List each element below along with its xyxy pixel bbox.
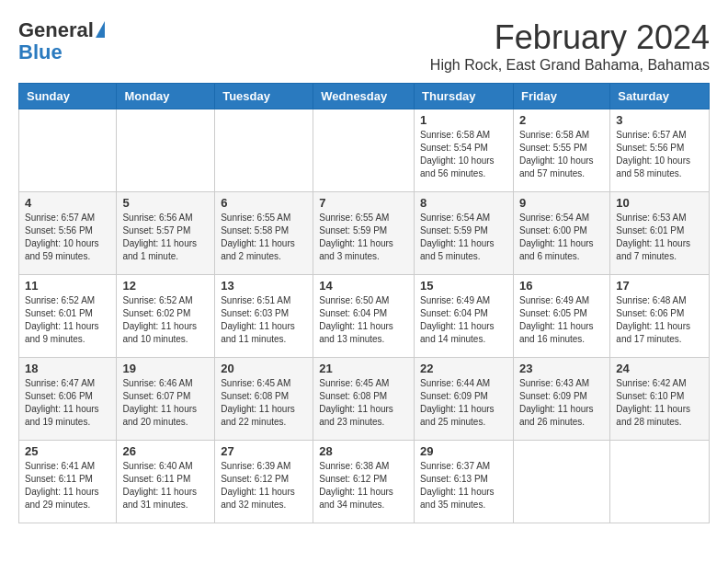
- day-number: 1: [420, 113, 507, 127]
- day-number: 4: [25, 196, 110, 210]
- day-number: 28: [319, 444, 408, 458]
- column-header-tuesday: Tuesday: [215, 84, 313, 109]
- day-info: Sunrise: 6:38 AM Sunset: 6:12 PM Dayligh…: [319, 460, 408, 511]
- logo-general-text: General: [18, 18, 94, 42]
- day-info: Sunrise: 6:54 AM Sunset: 6:00 PM Dayligh…: [519, 212, 604, 263]
- calendar-cell: 1Sunrise: 6:58 AM Sunset: 5:54 PM Daylig…: [415, 109, 514, 192]
- title-area: February 2024 High Rock, East Grand Baha…: [430, 18, 710, 74]
- calendar-cell: 28Sunrise: 6:38 AM Sunset: 6:12 PM Dayli…: [313, 441, 415, 523]
- day-number: 5: [122, 196, 209, 210]
- day-number: 17: [616, 279, 703, 293]
- day-number: 3: [616, 113, 703, 127]
- day-info: Sunrise: 6:43 AM Sunset: 6:09 PM Dayligh…: [519, 377, 604, 429]
- day-number: 15: [420, 279, 507, 293]
- day-number: 21: [319, 362, 408, 375]
- calendar-cell: 10Sunrise: 6:53 AM Sunset: 6:01 PM Dayli…: [610, 192, 710, 275]
- calendar-cell: 13Sunrise: 6:51 AM Sunset: 6:03 PM Dayli…: [215, 275, 313, 358]
- day-number: 11: [25, 279, 110, 293]
- calendar-cell: 14Sunrise: 6:50 AM Sunset: 6:04 PM Dayli…: [313, 275, 415, 358]
- calendar-cell: 20Sunrise: 6:45 AM Sunset: 6:08 PM Dayli…: [215, 358, 313, 441]
- day-number: 9: [519, 196, 604, 210]
- calendar-cell: 24Sunrise: 6:42 AM Sunset: 6:10 PM Dayli…: [610, 358, 710, 441]
- day-number: 6: [221, 196, 307, 210]
- day-info: Sunrise: 6:51 AM Sunset: 6:03 PM Dayligh…: [221, 294, 307, 346]
- day-info: Sunrise: 6:55 AM Sunset: 5:59 PM Dayligh…: [319, 212, 408, 263]
- calendar-week-row: 25Sunrise: 6:41 AM Sunset: 6:11 PM Dayli…: [19, 441, 710, 523]
- day-number: 8: [420, 196, 507, 210]
- header: General Blue February 2024 High Rock, Ea…: [18, 18, 710, 74]
- day-number: 24: [616, 362, 703, 375]
- day-info: Sunrise: 6:55 AM Sunset: 5:58 PM Dayligh…: [221, 212, 307, 263]
- day-number: 22: [420, 362, 507, 375]
- calendar-cell: 16Sunrise: 6:49 AM Sunset: 6:05 PM Dayli…: [513, 275, 609, 358]
- day-info: Sunrise: 6:49 AM Sunset: 6:04 PM Dayligh…: [420, 294, 507, 346]
- calendar-cell: 4Sunrise: 6:57 AM Sunset: 5:56 PM Daylig…: [19, 192, 117, 275]
- calendar-cell: 11Sunrise: 6:52 AM Sunset: 6:01 PM Dayli…: [19, 275, 117, 358]
- day-info: Sunrise: 6:53 AM Sunset: 6:01 PM Dayligh…: [616, 212, 703, 263]
- column-header-thursday: Thursday: [415, 84, 514, 109]
- day-number: 2: [519, 113, 604, 127]
- calendar-cell: 15Sunrise: 6:49 AM Sunset: 6:04 PM Dayli…: [415, 275, 514, 358]
- day-number: 26: [122, 444, 209, 458]
- day-info: Sunrise: 6:46 AM Sunset: 6:07 PM Dayligh…: [122, 377, 209, 429]
- day-info: Sunrise: 6:39 AM Sunset: 6:12 PM Dayligh…: [221, 460, 307, 511]
- column-header-wednesday: Wednesday: [313, 84, 415, 109]
- day-info: Sunrise: 6:45 AM Sunset: 6:08 PM Dayligh…: [319, 377, 408, 429]
- calendar-cell: 9Sunrise: 6:54 AM Sunset: 6:00 PM Daylig…: [513, 192, 609, 275]
- day-info: Sunrise: 6:37 AM Sunset: 6:13 PM Dayligh…: [420, 460, 507, 511]
- calendar-cell: 7Sunrise: 6:55 AM Sunset: 5:59 PM Daylig…: [313, 192, 415, 275]
- column-header-sunday: Sunday: [19, 84, 117, 109]
- day-info: Sunrise: 6:57 AM Sunset: 5:56 PM Dayligh…: [616, 129, 703, 180]
- day-number: 23: [519, 362, 604, 375]
- calendar-cell: 25Sunrise: 6:41 AM Sunset: 6:11 PM Dayli…: [19, 441, 117, 523]
- calendar-week-row: 4Sunrise: 6:57 AM Sunset: 5:56 PM Daylig…: [19, 192, 710, 275]
- calendar-table: SundayMondayTuesdayWednesdayThursdayFrid…: [18, 83, 710, 523]
- calendar-cell: 23Sunrise: 6:43 AM Sunset: 6:09 PM Dayli…: [513, 358, 609, 441]
- calendar-cell: [610, 441, 710, 523]
- column-header-friday: Friday: [513, 84, 609, 109]
- calendar-week-row: 1Sunrise: 6:58 AM Sunset: 5:54 PM Daylig…: [19, 109, 710, 192]
- day-number: 20: [221, 362, 307, 375]
- day-number: 10: [616, 196, 703, 210]
- day-info: Sunrise: 6:48 AM Sunset: 6:06 PM Dayligh…: [616, 294, 703, 346]
- calendar-cell: [215, 109, 313, 192]
- day-number: 25: [25, 444, 110, 458]
- day-number: 12: [122, 279, 209, 293]
- day-number: 16: [519, 279, 604, 293]
- calendar-cell: [117, 109, 215, 192]
- day-info: Sunrise: 6:52 AM Sunset: 6:01 PM Dayligh…: [25, 294, 110, 346]
- day-info: Sunrise: 6:41 AM Sunset: 6:11 PM Dayligh…: [25, 460, 110, 511]
- day-number: 14: [319, 279, 408, 293]
- calendar-cell: 29Sunrise: 6:37 AM Sunset: 6:13 PM Dayli…: [415, 441, 514, 523]
- day-info: Sunrise: 6:52 AM Sunset: 6:02 PM Dayligh…: [122, 294, 209, 346]
- calendar-cell: 6Sunrise: 6:55 AM Sunset: 5:58 PM Daylig…: [215, 192, 313, 275]
- logo: General Blue: [18, 18, 105, 64]
- day-info: Sunrise: 6:54 AM Sunset: 5:59 PM Dayligh…: [420, 212, 507, 263]
- month-year-title: February 2024: [430, 18, 710, 57]
- calendar-week-row: 11Sunrise: 6:52 AM Sunset: 6:01 PM Dayli…: [19, 275, 710, 358]
- day-info: Sunrise: 6:58 AM Sunset: 5:55 PM Dayligh…: [519, 129, 604, 180]
- day-info: Sunrise: 6:44 AM Sunset: 6:09 PM Dayligh…: [420, 377, 507, 429]
- day-number: 7: [319, 196, 408, 210]
- calendar-cell: [19, 109, 117, 192]
- day-info: Sunrise: 6:50 AM Sunset: 6:04 PM Dayligh…: [319, 294, 408, 346]
- calendar-cell: [513, 441, 609, 523]
- day-info: Sunrise: 6:56 AM Sunset: 5:57 PM Dayligh…: [122, 212, 209, 263]
- logo-triangle-icon: [96, 21, 105, 38]
- column-header-monday: Monday: [117, 84, 215, 109]
- calendar-cell: 27Sunrise: 6:39 AM Sunset: 6:12 PM Dayli…: [215, 441, 313, 523]
- day-number: 27: [221, 444, 307, 458]
- calendar-cell: 18Sunrise: 6:47 AM Sunset: 6:06 PM Dayli…: [19, 358, 117, 441]
- calendar-week-row: 18Sunrise: 6:47 AM Sunset: 6:06 PM Dayli…: [19, 358, 710, 441]
- calendar-cell: [313, 109, 415, 192]
- calendar-cell: 22Sunrise: 6:44 AM Sunset: 6:09 PM Dayli…: [415, 358, 514, 441]
- calendar-cell: 26Sunrise: 6:40 AM Sunset: 6:11 PM Dayli…: [117, 441, 215, 523]
- column-header-saturday: Saturday: [610, 84, 710, 109]
- calendar-cell: 3Sunrise: 6:57 AM Sunset: 5:56 PM Daylig…: [610, 109, 710, 192]
- day-info: Sunrise: 6:58 AM Sunset: 5:54 PM Dayligh…: [420, 129, 507, 180]
- day-number: 18: [25, 362, 110, 375]
- day-info: Sunrise: 6:49 AM Sunset: 6:05 PM Dayligh…: [519, 294, 604, 346]
- calendar-cell: 17Sunrise: 6:48 AM Sunset: 6:06 PM Dayli…: [610, 275, 710, 358]
- day-info: Sunrise: 6:57 AM Sunset: 5:56 PM Dayligh…: [25, 212, 110, 263]
- calendar-cell: 8Sunrise: 6:54 AM Sunset: 5:59 PM Daylig…: [415, 192, 514, 275]
